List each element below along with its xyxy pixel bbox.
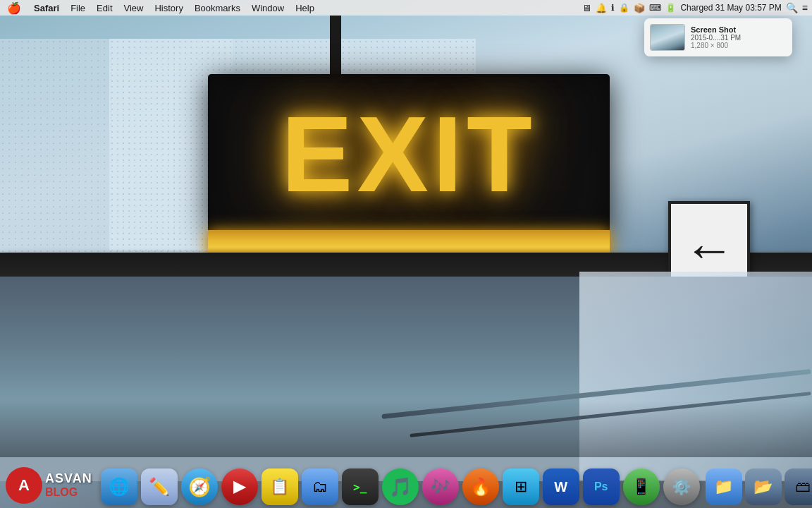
battery-icon[interactable]: 🔋 (665, 3, 676, 13)
notification-icon[interactable]: 🔔 (596, 3, 607, 13)
menubar-view[interactable]: View (118, 3, 149, 13)
dock-icon-word[interactable]: W (543, 468, 579, 505)
screenshot-thumbnail (650, 24, 685, 51)
screenshot-thumb-image (651, 25, 684, 50)
menubar-help[interactable]: Help (290, 3, 320, 13)
dock-icon-safari[interactable]: 🧭 (181, 468, 218, 505)
spotlight-icon[interactable]: 🔍 (786, 2, 798, 13)
screen-icon[interactable]: 🖥 (582, 3, 591, 13)
vpn-icon[interactable]: 🔒 (619, 3, 629, 13)
bottom-shadow (0, 401, 812, 457)
dock-icon-launchpad[interactable]: ✏️ (141, 468, 178, 505)
dock-asvan-text: ASVAN (45, 472, 92, 486)
dock-icon-folder1[interactable]: 🗂 (302, 468, 338, 505)
dock: A ASVAN BLOG 🌐 ✏️ 🧭 ▶ 📋 🗂 (0, 457, 812, 508)
menubar-app-name[interactable]: Safari (28, 3, 65, 13)
dock-icon-spotify[interactable]: 🎵 (382, 468, 419, 505)
dock-icon-downloads1[interactable]: 📁 (706, 468, 742, 505)
arrow-icon: ← (684, 224, 734, 274)
screenshot-dimensions: 1,280 × 800 (691, 42, 741, 49)
dock-icon-orange[interactable]: 🔥 (462, 468, 499, 505)
dock-logo-circle: A (6, 467, 42, 504)
exit-sign-text: EXIT (281, 100, 536, 207)
dock-icon-downloads2[interactable]: 📂 (745, 468, 782, 505)
dock-icons-group: 🌐 ✏️ 🧭 ▶ 📋 🗂 >_ 🎵 🎶 (101, 468, 700, 505)
dropbox-icon[interactable]: 📦 (634, 3, 645, 13)
exit-sign-box: EXIT (208, 74, 610, 233)
menubar-window[interactable]: Window (246, 3, 290, 13)
info-icon[interactable]: ℹ (611, 3, 615, 13)
screenshot-date: 2015-0....31 PM (691, 34, 741, 42)
menubar-right: 🖥 🔔 ℹ 🔒 📦 ⌨ 🔋 Charged 31 May 03:57 PM 🔍 … (582, 2, 812, 13)
screenshot-title: Screen Shot (691, 25, 741, 34)
apple-menu[interactable]: 🍎 (0, 1, 28, 15)
screenshot-notification[interactable]: Screen Shot 2015-0....31 PM 1,280 × 800 (644, 18, 792, 56)
dock-logo-area[interactable]: A ASVAN BLOG (6, 467, 92, 505)
menubar-edit[interactable]: Edit (91, 3, 118, 13)
menubar-file[interactable]: File (65, 3, 91, 13)
wallpaper: EXIT ← (0, 0, 812, 508)
dock-icon-terminal[interactable]: >_ (342, 468, 379, 505)
menubar: 🍎 Safari File Edit View History Bookmark… (0, 0, 812, 16)
dock-icon-blue-grid[interactable]: ⊞ (503, 468, 539, 505)
battery-time-text: Charged 31 May 03:57 PM (680, 3, 781, 13)
dock-icon-system-prefs[interactable]: ⚙️ (663, 468, 700, 505)
dock-icon-itunes[interactable]: 🎶 (422, 468, 459, 505)
dock-icon-contacts[interactable]: 📱 (623, 468, 660, 505)
dock-logo-text-group: ASVAN BLOG (45, 472, 92, 498)
dock-right-group: 📁 📂 🗃 🗑 (706, 468, 812, 505)
dock-icon-photoshop[interactable]: Ps (583, 468, 620, 505)
dock-icon-transmission[interactable]: ▶ (221, 468, 258, 505)
menubar-bookmarks[interactable]: Bookmarks (189, 3, 246, 13)
dock-icon-stickies[interactable]: 📋 (262, 468, 298, 505)
dock-icon-downloads3[interactable]: 🗃 (785, 468, 812, 505)
dock-blog-text: BLOG (45, 486, 92, 499)
notification-center-icon[interactable]: ≡ (802, 2, 808, 13)
dock-icon-finder[interactable]: 🌐 (101, 468, 137, 505)
kbd-icon[interactable]: ⌨ (649, 3, 661, 13)
screenshot-info: Screen Shot 2015-0....31 PM 1,280 × 800 (691, 25, 741, 49)
menubar-history[interactable]: History (149, 3, 188, 13)
